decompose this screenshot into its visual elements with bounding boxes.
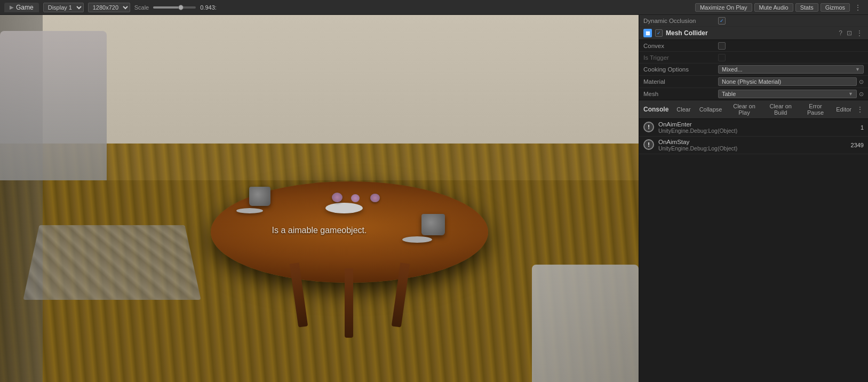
mesh-value-area: Table ▼ ⊙ bbox=[718, 90, 864, 98]
cooking-options-dropdown[interactable]: Mixed... ▼ bbox=[718, 65, 864, 74]
game-view: Is a aimable gameobject. bbox=[0, 15, 639, 382]
scale-value: 0.943: bbox=[200, 4, 217, 11]
stats-button[interactable]: Stats bbox=[795, 3, 818, 12]
mesh-collider-icon: ▦ bbox=[643, 29, 652, 37]
help-icon[interactable]: ? bbox=[838, 29, 843, 37]
resolution-select[interactable]: 1280x720 bbox=[88, 3, 130, 12]
top-bar-right: Maximize On Play Mute Audio Stats Gizmos… bbox=[695, 3, 864, 12]
collapse-button[interactable]: Collapse bbox=[696, 105, 726, 114]
mesh-collider-header: ▦ Mesh Collider ? ⊡ ⋮ bbox=[639, 27, 868, 40]
gizmos-button[interactable]: Gizmos bbox=[821, 3, 850, 12]
maximize-on-play-button[interactable]: Maximize On Play bbox=[695, 3, 752, 12]
console-entry-content-2: OnAimStay UnityEngine.Debug:Log(Object) bbox=[658, 139, 843, 152]
main-content: Is a aimable gameobject. Dynamic Occlusi… bbox=[0, 15, 868, 382]
is-trigger-checkbox[interactable] bbox=[718, 54, 726, 61]
mesh-collider-enabled-checkbox[interactable] bbox=[655, 29, 663, 37]
scale-bar[interactable] bbox=[153, 6, 196, 9]
more-icon[interactable]: ⋮ bbox=[855, 29, 864, 37]
mesh-label: Mesh bbox=[643, 91, 718, 97]
game-canvas: Is a aimable gameobject. bbox=[0, 15, 639, 382]
console-entry-icon-2: ! bbox=[643, 139, 654, 150]
console-entry-title-2: OnAimStay bbox=[658, 139, 843, 145]
console-body: ! OnAimEnter UnityEngine.Debug:Log(Objec… bbox=[639, 119, 868, 382]
material-label: Material bbox=[643, 78, 718, 85]
console-entry-1[interactable]: ! OnAimEnter UnityEngine.Debug:Log(Objec… bbox=[639, 119, 868, 137]
console-entry-title-1: OnAimEnter bbox=[658, 121, 843, 128]
material-row: Material None (Physic Material) ⊙ bbox=[639, 76, 868, 88]
scene-rug bbox=[23, 225, 201, 300]
convex-label: Convex bbox=[643, 43, 718, 49]
console-entry-sub-1: UnityEngine.Debug:Log(Object) bbox=[658, 128, 843, 134]
mesh-row: Mesh Table ▼ ⊙ bbox=[639, 88, 868, 100]
game-tab-label: Game bbox=[16, 4, 34, 11]
console-entry-icon-1: ! bbox=[643, 122, 654, 132]
console-entry-sub-2: UnityEngine.Debug:Log(Object) bbox=[658, 145, 843, 152]
scene-chair-right bbox=[532, 265, 639, 382]
convex-row: Convex bbox=[639, 40, 868, 52]
dropdown-arrow-icon: ▼ bbox=[855, 67, 860, 72]
clear-on-build-button[interactable]: Clear on Build bbox=[763, 102, 799, 117]
console-more-icon[interactable]: ⋮ bbox=[856, 105, 864, 114]
cooking-options-row: Cooking Options Mixed... ▼ bbox=[639, 63, 868, 76]
scene-cup-left bbox=[249, 187, 270, 206]
material-link-icon[interactable]: ⊙ bbox=[859, 78, 864, 85]
clear-on-play-button[interactable]: Clear on Play bbox=[727, 102, 761, 117]
dynamic-occlusion-label: Dynamic Occlusion bbox=[643, 18, 718, 24]
dynamic-occlusion-row: Dynamic Occlusion bbox=[639, 15, 868, 27]
editor-button[interactable]: Editor bbox=[832, 105, 855, 114]
display-select[interactable]: Display 1 bbox=[43, 3, 84, 12]
game-tab[interactable]: ▶ Game bbox=[4, 3, 39, 12]
right-panel: Dynamic Occlusion ▦ Mesh Collider ? ⊡ ⋮ … bbox=[639, 15, 868, 382]
console-entry-content-1: OnAimEnter UnityEngine.Debug:Log(Object) bbox=[658, 121, 843, 134]
is-trigger-label: Is Trigger bbox=[643, 54, 718, 61]
console-entry-2[interactable]: ! OnAimStay UnityEngine.Debug:Log(Object… bbox=[639, 137, 868, 154]
clear-button[interactable]: Clear bbox=[673, 105, 694, 114]
console-count-2: 2349 bbox=[848, 142, 864, 148]
mesh-collider-title: Mesh Collider bbox=[666, 29, 838, 37]
scene-saucer-left bbox=[236, 208, 263, 213]
mesh-collider-icons: ? ⊡ ⋮ bbox=[838, 29, 864, 37]
mesh-link-icon[interactable]: ⊙ bbox=[859, 91, 864, 98]
more-options-icon[interactable]: ⋮ bbox=[852, 3, 864, 12]
console-count-1: 1 bbox=[848, 124, 864, 131]
scene-sofa-back bbox=[0, 31, 107, 180]
cooking-options-label: Cooking Options bbox=[643, 66, 718, 73]
scene-plate bbox=[325, 203, 363, 213]
convex-checkbox[interactable] bbox=[718, 42, 726, 50]
error-pause-button[interactable]: Error Pause bbox=[800, 102, 831, 117]
scene-saucer-right bbox=[402, 236, 432, 243]
scene-fruit-2 bbox=[370, 194, 380, 202]
mesh-dropdown-arrow-icon: ▼ bbox=[848, 91, 853, 97]
scale-bar-fill bbox=[153, 6, 179, 9]
scene-cup-right bbox=[421, 214, 445, 235]
material-dropdown[interactable]: None (Physic Material) bbox=[718, 77, 857, 86]
scene-table-leg-center bbox=[345, 268, 353, 338]
console-section: Console Clear Collapse Clear on Play Cle… bbox=[639, 100, 868, 382]
dynamic-occlusion-checkbox[interactable] bbox=[718, 17, 726, 25]
console-header: Console Clear Collapse Clear on Play Cle… bbox=[639, 100, 868, 119]
top-bar: ▶ Game Display 1 1280x720 Scale 0.943: M… bbox=[0, 0, 868, 15]
console-title: Console bbox=[643, 106, 668, 113]
scale-dot bbox=[178, 5, 184, 10]
mute-audio-button[interactable]: Mute Audio bbox=[754, 3, 793, 12]
settings-icon[interactable]: ⊡ bbox=[846, 29, 853, 37]
mesh-dropdown[interactable]: Table ▼ bbox=[718, 90, 857, 98]
top-bar-left: ▶ Game Display 1 1280x720 Scale 0.943: bbox=[4, 3, 695, 12]
scale-label: Scale bbox=[134, 4, 149, 11]
is-trigger-row: Is Trigger bbox=[639, 52, 868, 63]
